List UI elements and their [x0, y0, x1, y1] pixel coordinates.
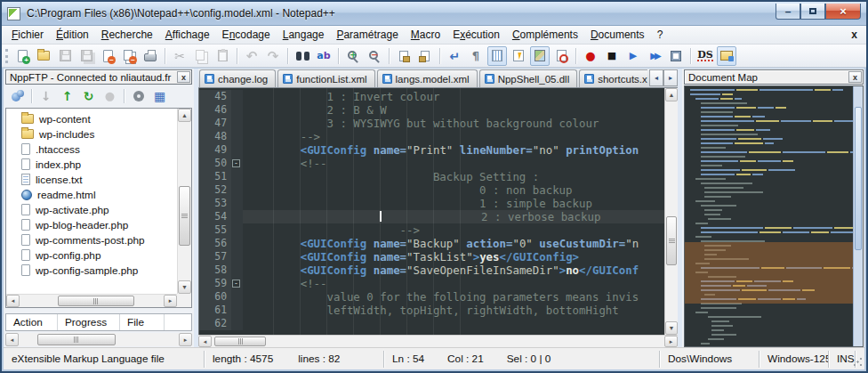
code-line-46[interactable]: 46 2 : B & W	[199, 103, 664, 117]
tab-nppshell-05-dll[interactable]: NppShell_05.dll	[479, 69, 578, 87]
transfer-hscroll-thumb[interactable]	[37, 334, 116, 345]
code-line-48[interactable]: 48 -->	[199, 130, 664, 143]
tab-scroll-left-button[interactable]: ◂	[649, 69, 663, 86]
column-header-file[interactable]: File	[120, 314, 165, 330]
code-line-60[interactable]: 60 value 0 for the folloing parameters m…	[199, 290, 664, 304]
editor-horizontal-scrollbar[interactable]: ◂ ▸	[198, 335, 678, 347]
scroll-left-icon[interactable]: ◂	[5, 333, 19, 346]
code-line-55[interactable]: 55 -->	[199, 223, 664, 237]
scroll-down-icon[interactable]: ▼	[665, 321, 678, 335]
tree-item-wp-content[interactable]: wp-content	[8, 111, 176, 126]
document-map-toggle-button[interactable]	[530, 46, 550, 66]
tab-langs-model-xml[interactable]: langs.model.xml	[377, 69, 478, 87]
code-line-61[interactable]: 61 leftWidth, topHight, rightWidth, bott…	[199, 304, 664, 317]
tab-scroll-right-button[interactable]: ▸	[663, 69, 678, 86]
tree-item-wp-includes[interactable]: wp-includes	[8, 126, 176, 142]
scroll-up-icon[interactable]: ▲	[665, 88, 678, 101]
close-file-button[interactable]	[98, 46, 117, 66]
menu-item-ex-cution[interactable]: Exécution	[446, 27, 506, 43]
code-line-45[interactable]: 45 1 : Invert colour	[199, 90, 664, 103]
menu-item-fichier[interactable]: Fichier	[5, 27, 50, 43]
menu-item-encodage[interactable]: Encodage	[216, 27, 277, 43]
code-line-50[interactable]: 50- <!--	[199, 157, 664, 170]
macro-record-button[interactable]	[581, 46, 600, 66]
editor-hscroll-thumb[interactable]	[214, 337, 266, 346]
code-line-59[interactable]: 59- <!--	[199, 277, 664, 290]
tree-item-wp-config-sample-php[interactable]: wp-config-sample.php	[8, 263, 176, 278]
scroll-down-icon[interactable]: ▼	[178, 280, 191, 294]
show-all-characters-button[interactable]	[466, 46, 486, 66]
code-line-54[interactable]: 54 2 : verbose backup	[199, 210, 664, 223]
restore-button[interactable]	[800, 4, 825, 20]
code-line-49[interactable]: 49 <GUIConfig name="Print" lineNumber="n…	[199, 143, 664, 157]
menu-item-recherche[interactable]: Recherche	[95, 27, 159, 43]
tree-item-wp-activate-php[interactable]: wp-activate.php	[8, 202, 176, 217]
settings-button[interactable]	[128, 86, 149, 105]
save-button[interactable]	[55, 46, 75, 66]
open-file-button[interactable]	[34, 46, 53, 66]
tree-item-wp-blog-header-php[interactable]: wp-blog-header.php	[8, 217, 176, 232]
tree-item-index-php[interactable]: index.php	[8, 157, 176, 172]
status-insert-mode[interactable]: INS	[829, 351, 856, 368]
fold-collapse-toggle[interactable]: -	[232, 280, 240, 288]
tree-vscroll-thumb[interactable]	[179, 186, 190, 246]
resize-grip[interactable]	[856, 348, 864, 369]
indent-guides-button[interactable]	[487, 46, 507, 66]
scroll-left-icon[interactable]: ◂	[6, 295, 20, 307]
menu-item-macro[interactable]: Macro	[405, 27, 446, 43]
status-eol-format[interactable]: Dos\Windows	[660, 351, 760, 368]
code-line-56[interactable]: 56 <GUIConfig name="Backup" action="0" u…	[199, 237, 664, 250]
code-line-57[interactable]: 57 <GUIConfig name="TaskList">yes</GUICo…	[199, 250, 664, 264]
word-wrap-button[interactable]	[445, 46, 464, 66]
code-line-51[interactable]: 51 Backup Setting :	[199, 170, 664, 183]
macro-save-button[interactable]	[666, 46, 686, 66]
editor-vscroll-thumb[interactable]	[666, 216, 677, 265]
paste-button[interactable]	[213, 46, 232, 66]
editor-vertical-scrollbar[interactable]: ▲ ▼	[664, 88, 678, 335]
redo-button[interactable]	[263, 46, 283, 66]
child-window-close-button[interactable]: x	[851, 28, 857, 41]
copy-button[interactable]	[191, 46, 211, 66]
code-line-47[interactable]: 47 3 : WYSIWYG but without background co…	[199, 117, 664, 130]
sync-horizontal-scrolling-button[interactable]	[415, 46, 435, 66]
zoom-in-button[interactable]	[343, 46, 363, 66]
tree-item-wp-comments-post-php[interactable]: wp-comments-post.php	[8, 232, 176, 247]
undo-button[interactable]	[242, 46, 261, 66]
menu-item-param-trage[interactable]: Paramétrage	[330, 27, 404, 43]
menu-item-compl-ments[interactable]: Compléments	[506, 27, 584, 43]
tree-item-readme-html[interactable]: readme.html	[8, 187, 176, 202]
macro-stop-button[interactable]	[602, 46, 622, 66]
close-all-button[interactable]	[119, 46, 139, 66]
menu-item-langage[interactable]: Langage	[277, 27, 331, 43]
code-line-52[interactable]: 52 0 : non backup	[199, 183, 664, 197]
connect-button[interactable]	[7, 86, 28, 105]
close-button[interactable]: ×	[825, 4, 861, 20]
sync-vertical-scrolling-button[interactable]	[394, 46, 414, 66]
tab-functionlist-xml[interactable]: functionList.xml	[277, 69, 374, 87]
column-header-progress[interactable]: Progress	[58, 314, 120, 330]
macro-run-multiple-button[interactable]	[645, 46, 664, 66]
nppftp-close-button[interactable]: x	[177, 71, 190, 83]
download-button[interactable]	[36, 86, 56, 105]
tree-horizontal-scrollbar[interactable]: ◂ ▸	[6, 294, 177, 307]
tab-change-log[interactable]: change.log	[199, 69, 276, 87]
find-button[interactable]	[293, 46, 312, 66]
code-editor[interactable]: 45 1 : Invert colour46 2 : B & W47 3 : W…	[198, 88, 678, 335]
tree-vertical-scrollbar[interactable]: ▲ ▼	[177, 109, 191, 294]
file-monitoring-button[interactable]	[551, 46, 571, 66]
scroll-right-icon[interactable]: ▸	[664, 336, 678, 347]
scroll-right-icon[interactable]: ▸	[179, 333, 192, 346]
transfer-list-scrollbar[interactable]: ◂ ▸	[5, 333, 192, 346]
messages-view-button[interactable]	[149, 86, 170, 105]
function-list-button[interactable]	[509, 46, 528, 66]
minimize-button[interactable]: –	[776, 4, 800, 20]
document-map-viewport[interactable]	[685, 242, 853, 304]
document-map-close-button[interactable]: x	[848, 71, 862, 83]
menu-item-affichage[interactable]: Affichage	[159, 27, 216, 43]
replace-button[interactable]	[314, 46, 334, 66]
nppftp-toggle-button[interactable]	[717, 46, 736, 66]
tree-item-htaccess[interactable]: .htaccess	[8, 142, 176, 157]
ds-plugin-button[interactable]: DS	[695, 46, 715, 66]
status-encoding[interactable]: Windows-1252	[760, 351, 829, 368]
document-map[interactable]	[684, 85, 864, 347]
